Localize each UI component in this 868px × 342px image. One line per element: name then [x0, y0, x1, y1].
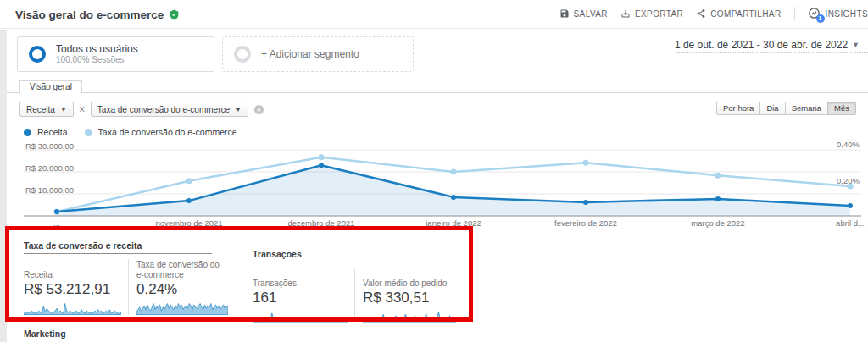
date-range-text: 1 de out. de 2021 - 30 de abr. de 2022 — [675, 39, 848, 51]
granularity-mes[interactable]: Mês — [827, 102, 856, 115]
granularity-group: Por hora Dia Semana Mês — [716, 102, 856, 115]
y-axis-label-right: 0,20% — [837, 176, 860, 185]
legend-label: Receita — [37, 127, 68, 137]
sparkline — [24, 301, 121, 315]
scorecard-valor-medio[interactable]: Valor médio do pedido R$ 330,51 — [354, 268, 456, 323]
y-axis-label-left: R$ 20.000,00 — [25, 163, 74, 173]
data-point[interactable] — [186, 198, 192, 203]
segment-title: Todos os usuários — [56, 43, 138, 55]
data-point[interactable] — [451, 195, 456, 200]
scorecard-receita[interactable]: Receita R$ 53.212,91 — [24, 259, 121, 315]
segment-donut-icon — [28, 45, 47, 63]
data-point[interactable] — [848, 203, 853, 208]
section-marketing: Marketing — [24, 328, 860, 342]
data-point[interactable] — [186, 178, 192, 184]
legend-dot-taxa — [85, 129, 92, 136]
x-axis-label: ... — [53, 218, 60, 228]
share-icon — [696, 8, 706, 19]
header-divider — [0, 28, 868, 29]
sparkline — [136, 301, 228, 315]
date-range-selector[interactable]: 1 de out. de 2021 - 30 de abr. de 2022 ▼ — [675, 39, 860, 51]
chevron-down-icon: ▼ — [235, 106, 242, 113]
data-point[interactable] — [583, 200, 588, 205]
insights-icon: 1 — [808, 7, 821, 20]
primary-metric-label: Receita — [26, 105, 55, 114]
share-label: COMPARTILHAR — [710, 9, 781, 19]
granularity-por-hora[interactable]: Por hora — [716, 102, 760, 115]
secondary-metric-dropdown[interactable]: Taxa de conversão do e-commerce ▼ — [91, 102, 248, 117]
y-axis-label-left: R$ 10.000,00 — [25, 185, 74, 195]
chevron-down-icon: ▼ — [852, 41, 860, 49]
scorecard-transacoes[interactable]: Transações 161 — [253, 268, 348, 323]
section-conversion-revenue: Taxa de conversão e receita Receita R$ 5… — [24, 240, 212, 315]
add-segment-button[interactable]: + Adicionar segmento — [222, 36, 414, 72]
page-title: Visão geral do e-commerce — [15, 8, 180, 21]
legend-label: Taxa de conversão do e-commerce — [98, 127, 237, 137]
data-point[interactable] — [319, 154, 325, 160]
primary-metric-dropdown[interactable]: Receita ▼ — [19, 102, 74, 117]
legend-item-receita: Receita — [24, 127, 68, 137]
data-point[interactable] — [451, 168, 457, 174]
verified-shield-icon — [169, 9, 180, 20]
ga-ecommerce-overview: Visão geral do e-commerce SALVAR EXPORTA… — [0, 0, 868, 342]
scorecard-taxa-conversao[interactable]: Taxa de conversão do e-commerce 0,24% — [128, 259, 228, 315]
tab-visao-geral[interactable]: Visão geral — [19, 80, 82, 94]
left-page-edge — [0, 30, 7, 342]
segment-all-users[interactable]: Todos os usuários 100,00% Sessões — [17, 36, 214, 72]
date-range-underline — [676, 52, 868, 53]
scorecard-label: Receita — [24, 259, 121, 280]
legend-dot-receita — [24, 129, 31, 136]
section-transactions: Transações Transações 161 Valor médio do… — [253, 249, 456, 323]
toolbar: SALVAR EXPORTAR COMPARTILHAR 1 INSIGHTS — [559, 7, 868, 20]
chart-canvas[interactable] — [24, 142, 861, 227]
data-point[interactable] — [319, 163, 324, 168]
export-button[interactable]: EXPORTAR — [620, 8, 683, 19]
sparkline — [253, 310, 348, 323]
insights-label: INSIGHTS — [826, 9, 868, 19]
section-title: Transações — [253, 249, 456, 262]
x-axis-label: janeiro de 2022 — [426, 218, 481, 228]
x-axis-label: fevereiro de 2022 — [554, 218, 617, 228]
data-point[interactable] — [54, 209, 59, 214]
scorecard-label: Transações — [253, 268, 348, 289]
y-axis-label-left: R$ 30.000,00 — [25, 141, 74, 151]
granularity-dia[interactable]: Dia — [760, 102, 785, 115]
toolbar-separator — [794, 7, 795, 20]
tab-bar-line — [7, 92, 868, 93]
metric-vs-label: X — [80, 105, 85, 113]
x-axis-label: março de 2022 — [691, 218, 744, 228]
secondary-metric-label: Taxa de conversão do e-commerce — [97, 105, 230, 114]
x-axis-label: novembro de 2021 — [155, 218, 222, 228]
segment-donut-gray-icon — [233, 45, 252, 63]
export-label: EXPORTAR — [635, 9, 683, 19]
add-segment-label: + Adicionar segmento — [261, 48, 359, 60]
scorecard-label: Valor médio do pedido — [363, 268, 456, 289]
scorecard-value: 161 — [253, 290, 348, 306]
chevron-down-icon: ▼ — [60, 106, 67, 113]
scorecard-value: R$ 53.212,91 — [24, 281, 121, 298]
scorecard-value: R$ 330,51 — [363, 290, 456, 306]
share-button[interactable]: COMPARTILHAR — [696, 8, 781, 19]
save-label: SALVAR — [574, 9, 608, 19]
remove-metric-icon[interactable]: ✕ — [254, 105, 264, 114]
legend-item-taxa: Taxa de conversão do e-commerce — [85, 127, 237, 137]
x-axis-label: abril d... — [836, 218, 865, 228]
data-point[interactable] — [715, 173, 721, 179]
download-icon — [620, 8, 631, 19]
granularity-semana[interactable]: Semana — [785, 102, 828, 115]
metric-picker-row: Receita ▼ X Taxa de conversão do e-comme… — [19, 102, 264, 117]
y-axis-label-right: 0,40% — [837, 140, 860, 149]
save-icon — [559, 8, 570, 19]
scorecard-value: 0,24% — [136, 281, 228, 298]
x-axis-label: dezembro de 2021 — [287, 218, 354, 228]
data-point[interactable] — [715, 196, 721, 201]
timeseries-chart[interactable]: R$ 10.000,00R$ 20.000,00R$ 30.000,000,20… — [24, 142, 861, 227]
chart-legend: Receita Taxa de conversão do e-commerce — [24, 127, 237, 137]
data-point[interactable] — [583, 160, 589, 166]
scorecard-label: Taxa de conversão do e-commerce — [136, 259, 228, 280]
page-title-text: Visão geral do e-commerce — [15, 8, 164, 21]
segment-subtitle: 100,00% Sessões — [56, 55, 138, 65]
insights-badge: 1 — [816, 14, 825, 23]
save-button[interactable]: SALVAR — [559, 8, 608, 19]
insights-button[interactable]: 1 INSIGHTS — [808, 7, 868, 20]
